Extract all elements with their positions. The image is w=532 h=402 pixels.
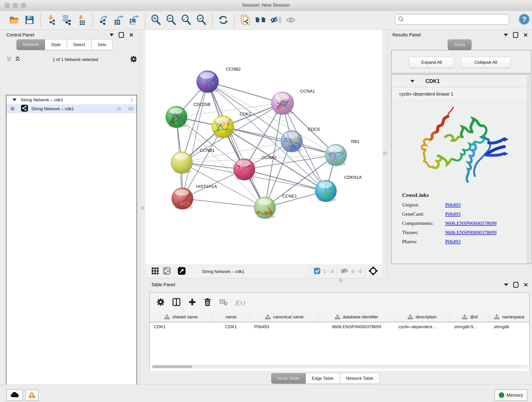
- table-options-gear-icon[interactable]: [157, 298, 165, 307]
- panel-collapse-icon[interactable]: [109, 34, 114, 36]
- network-row-selected[interactable]: String Network – cdk1 11 48: [6, 104, 137, 113]
- column-header-name[interactable]: name: [212, 312, 250, 322]
- show-all-button[interactable]: [283, 13, 298, 28]
- network-node-rb1[interactable]: RB1: [325, 139, 360, 166]
- column-type-icon: [407, 314, 413, 319]
- memory-button[interactable]: Memory: [494, 389, 527, 401]
- first-neighbors-button[interactable]: [253, 13, 268, 28]
- zoom-out-button[interactable]: [164, 13, 179, 28]
- help-button[interactable]: ?: [518, 13, 530, 26]
- cloud-button[interactable]: [6, 389, 23, 401]
- gene-section-header[interactable]: CDK1: [392, 75, 531, 88]
- zoom-in-button[interactable]: [148, 13, 164, 28]
- panel-collapse-icon[interactable]: [504, 34, 508, 36]
- network-node-cdc25b[interactable]: CDC25B: [166, 102, 210, 128]
- crosslink-uniprot[interactable]: P06493: [445, 202, 461, 208]
- crosslink-tissues[interactable]: 9606.ENSP00000378699: [445, 230, 496, 235]
- save-session-button[interactable]: [22, 13, 37, 28]
- table-row[interactable]: CDK1 CDK1 P06493 9606.ENSP00000378699 cy…: [150, 322, 529, 332]
- cell-id[interactable]: stringdb:9...: [450, 324, 490, 329]
- show-columns-icon[interactable]: [172, 298, 181, 307]
- cell-description[interactable]: cyclin–dependent ...: [394, 324, 450, 329]
- application-window: Session: New Session: [0, 0, 532, 402]
- collection-count: 1: [130, 97, 133, 102]
- two-houses-icon: [254, 15, 266, 26]
- scrollbar-thumb[interactable]: [152, 365, 192, 368]
- network-node-cdc6[interactable]: CDC6: [281, 127, 320, 153]
- column-header-shared-name[interactable]: shared name: [150, 312, 212, 322]
- column-header-database-identifier[interactable]: database identifier: [319, 312, 394, 322]
- collapse-all-button[interactable]: Collapse All: [461, 57, 511, 68]
- collapse-all-chevron-icon[interactable]: [15, 56, 21, 63]
- search-input[interactable]: [404, 17, 501, 22]
- panel-float-icon[interactable]: [513, 32, 518, 38]
- tab-network-table[interactable]: Network Table: [340, 373, 380, 384]
- new-network-from-selection-button[interactable]: [238, 13, 253, 28]
- cell-database-identifier[interactable]: 9606.ENSP00000378699: [319, 324, 394, 329]
- network-node-hist1h1a[interactable]: HIST1H1A: [172, 184, 217, 210]
- network-node-count: 11: [117, 106, 121, 111]
- export-network-button[interactable]: [96, 13, 111, 28]
- network-view[interactable]: CCNB2CCNA1CDC25BCDK1CDC6RB1CCNB1CCNA2CDK…: [145, 30, 382, 265]
- open-session-button[interactable]: [7, 13, 22, 28]
- warnings-button[interactable]: [25, 389, 38, 401]
- hide-selection-button[interactable]: [268, 13, 283, 28]
- column-header-canonical-name[interactable]: canonical name: [250, 312, 319, 322]
- network-options-gear-icon[interactable]: [130, 56, 137, 64]
- tab-edge-table[interactable]: Edge Table: [306, 373, 340, 384]
- column-header-namespace[interactable]: namespace: [490, 312, 529, 322]
- panel-close-icon[interactable]: ✕: [523, 32, 528, 38]
- crosslink-genecard[interactable]: P06493: [445, 211, 461, 217]
- panel-float-icon[interactable]: [119, 32, 124, 38]
- cell-shared-name[interactable]: CDK1: [150, 324, 212, 329]
- panel-close-icon[interactable]: ✕: [129, 32, 133, 38]
- add-column-icon[interactable]: [188, 298, 196, 307]
- import-network-file-button[interactable]: [44, 13, 59, 28]
- import-table-file-button[interactable]: [74, 13, 89, 28]
- network-node-cdkn1a[interactable]: CDKN1A: [315, 175, 362, 202]
- zoom-fit-icon: [181, 15, 191, 26]
- tab-node-table[interactable]: Node Table: [271, 373, 306, 384]
- panel-collapse-icon[interactable]: [504, 283, 508, 286]
- tab-string[interactable]: String: [448, 39, 472, 50]
- cell-name[interactable]: CDK1: [212, 324, 250, 329]
- hidden-eye-slash-icon[interactable]: [340, 267, 349, 276]
- tab-select[interactable]: Select: [67, 39, 91, 50]
- zoom-selected-button[interactable]: [194, 13, 209, 28]
- table-horizontal-scrollbar[interactable]: [151, 365, 528, 369]
- gene-collapse-icon[interactable]: [410, 80, 414, 83]
- cell-namespace[interactable]: stringdb: [490, 324, 529, 329]
- selected-checkbox-icon[interactable]: [314, 268, 321, 275]
- crosslink-pharos[interactable]: P06493: [445, 239, 461, 245]
- network-node-ccna1[interactable]: CCNA1: [271, 89, 315, 115]
- panel-close-icon[interactable]: ✕: [524, 282, 528, 288]
- panel-float-icon[interactable]: [513, 282, 519, 288]
- collection-name: String Network – cdk1: [21, 97, 63, 102]
- cell-canonical-name[interactable]: P06493: [250, 324, 319, 329]
- expand-all-chevron-icon[interactable]: [6, 56, 12, 63]
- crosslink-label: Pharos:: [402, 239, 445, 245]
- column-header-description[interactable]: description: [394, 312, 450, 322]
- import-network-database-button[interactable]: [59, 13, 74, 28]
- network-collection-row[interactable]: String Network – cdk1 1: [6, 95, 137, 104]
- tab-network[interactable]: Network: [17, 39, 45, 50]
- zoom-fit-button[interactable]: [179, 13, 194, 28]
- column-header-id[interactable]: @id: [450, 312, 490, 322]
- delete-column-trash-icon[interactable]: [204, 298, 211, 307]
- apply-preferred-layout-button[interactable]: [216, 13, 231, 28]
- grid-view-icon[interactable]: [151, 267, 159, 276]
- expand-all-button[interactable]: Expand All: [409, 57, 454, 68]
- tab-style[interactable]: Style: [45, 39, 67, 50]
- tab-sets[interactable]: Sets: [91, 39, 113, 50]
- right-splitter-handle[interactable]: [383, 152, 387, 155]
- birdseye-navigator-icon[interactable]: [368, 266, 378, 277]
- open-in-window-icon[interactable]: [177, 267, 186, 276]
- export-table-button[interactable]: [111, 13, 127, 28]
- crosslink-compartments[interactable]: 9606.ENSP00000378699: [445, 220, 496, 226]
- network-canvas[interactable]: CCNB2CCNA1CDC25BCDK1CDC6RB1CCNB1CCNA2CDK…: [145, 30, 382, 265]
- left-splitter-handle[interactable]: [141, 206, 144, 210]
- string-view-icon[interactable]: [163, 267, 171, 276]
- results-scrollbar[interactable]: [527, 76, 530, 264]
- export-image-button[interactable]: [127, 13, 142, 28]
- collection-expand-icon[interactable]: [12, 99, 17, 101]
